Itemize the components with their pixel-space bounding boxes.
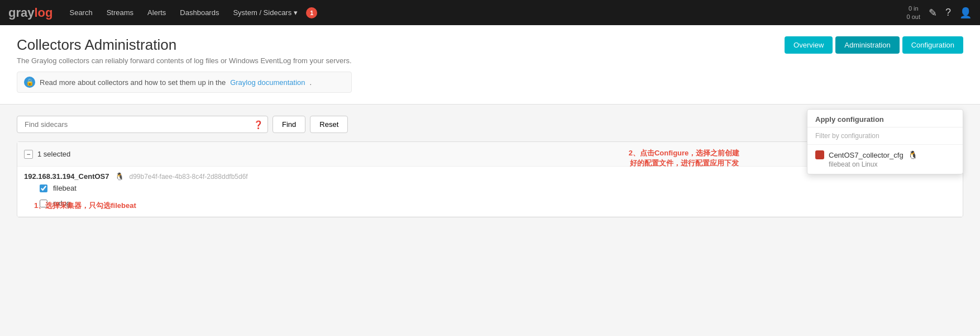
configure-dropdown: Apply configuration Filter by configurat… (807, 109, 963, 174)
navbar: graylog Search Streams Alerts Dashboards… (0, 0, 980, 25)
filter-by-config: Filter by configuration (807, 127, 963, 145)
throughput-in: 0 in (907, 4, 920, 12)
nav-links: Search Streams Alerts Dashboards System … (64, 6, 906, 20)
selected-info: − 1 selected (24, 150, 70, 159)
config-item-header: CentOS7_collector_cfg 🐧 (815, 150, 955, 159)
search-input[interactable] (22, 116, 254, 132)
user-icon[interactable]: 👤 (959, 7, 972, 19)
nav-search[interactable]: Search (64, 6, 98, 20)
config-name: CentOS7_collector_cfg (829, 151, 903, 159)
info-icon: 🔒 (24, 77, 35, 88)
filebeat-label: filebeat (53, 184, 77, 192)
brand-logo: graylog (8, 6, 52, 20)
search-help-icon[interactable]: ❓ (254, 120, 263, 129)
content-area: ❓ Find Reset Show: 50 − 1 selected Confi… (0, 105, 980, 229)
nav-dashboards[interactable]: Dashboards (174, 6, 224, 20)
page-header-left: Collectors Administration The Graylog co… (17, 36, 352, 93)
info-text: Read more about collectors and how to se… (40, 78, 226, 87)
nav-alerts[interactable]: Alerts (142, 6, 171, 20)
info-box: 🔒 Read more about collectors and how to … (17, 72, 352, 93)
sidecar-id: d99b7e4f-faee-4b83-8c4f-2d88ddfb5d6f (130, 173, 248, 181)
apply-config-title: Apply configuration (807, 110, 963, 127)
sidecar-name: 192.168.31.194_CentOS7 (24, 172, 109, 181)
page-header: Collectors Administration The Graylog co… (17, 36, 963, 93)
nav-system-sidecars[interactable]: System / Sidecars ▾ (227, 6, 303, 20)
logo-log: log (34, 6, 52, 20)
filebeat-checkbox[interactable] (40, 184, 47, 192)
info-link[interactable]: Graylog documentation (230, 78, 305, 87)
edit-icon[interactable]: ✎ (929, 7, 937, 19)
nav-badge: 1 (306, 7, 317, 18)
page-header-section: Collectors Administration The Graylog co… (0, 25, 980, 105)
chevron-down-icon: ▾ (294, 8, 298, 17)
throughput-out: 0 out (907, 13, 920, 21)
overview-button[interactable]: Overview (785, 36, 833, 54)
collector-nxlog-row: nxlog (24, 196, 956, 211)
header-buttons: Overview Administration Configuration (785, 36, 963, 54)
deselect-all-checkbox[interactable]: − (24, 150, 33, 159)
navbar-right: 0 in 0 out ✎ ? 👤 (907, 4, 972, 21)
selected-count: 1 selected (37, 150, 70, 158)
help-icon[interactable]: ? (945, 7, 951, 18)
config-linux-icon: 🐧 (908, 150, 917, 159)
nxlog-checkbox[interactable] (40, 200, 47, 207)
nav-system-label: System / Sidecars (233, 8, 291, 17)
nxlog-label: nxlog (53, 199, 70, 207)
config-sub: filebeat on Linux (815, 160, 955, 168)
page-subtitle: The Graylog collectors can reliably forw… (17, 56, 352, 65)
administration-button[interactable]: Administration (835, 36, 899, 54)
logo-gray: gray (8, 6, 34, 20)
config-item[interactable]: CentOS7_collector_cfg 🐧 filebeat on Linu… (807, 145, 963, 174)
nav-streams[interactable]: Streams (101, 6, 139, 20)
configuration-button[interactable]: Configuration (902, 36, 963, 54)
config-color-dot (815, 150, 824, 159)
find-button[interactable]: Find (273, 116, 305, 133)
reset-button[interactable]: Reset (310, 116, 348, 133)
throughput: 0 in 0 out (907, 4, 920, 21)
linux-icon: 🐧 (115, 172, 124, 181)
search-input-wrapper: ❓ (17, 116, 268, 133)
page-title: Collectors Administration (17, 36, 352, 54)
collector-filebeat-row: filebeat (24, 181, 956, 196)
